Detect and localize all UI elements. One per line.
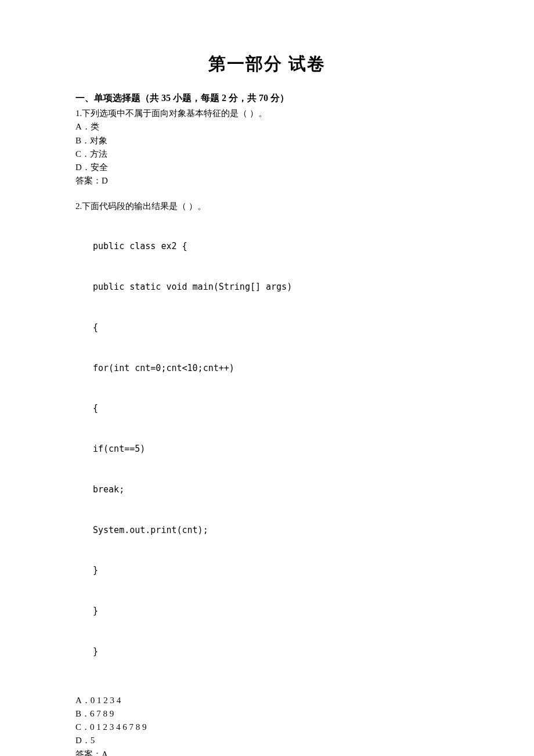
code-line: } — [93, 564, 459, 577]
code-line: public static void main(String[] args) — [93, 280, 459, 294]
option-c: C．方法 — [75, 147, 459, 161]
answer: 答案：A — [75, 748, 459, 757]
page-title: 第一部分 试卷 — [75, 52, 459, 76]
page: 第一部分 试卷 一、单项选择题（共 35 小题，每题 2 分，共 70 分） 1… — [0, 0, 534, 756]
code-line: } — [93, 604, 459, 618]
code-line: public class ex2 { — [93, 240, 459, 253]
option-c: C．0 1 2 3 4 6 7 8 9 — [75, 721, 459, 734]
question-stem: 2.下面代码段的输出结果是（ ）。 — [75, 200, 459, 213]
code-line: System.out.print(cnt); — [93, 524, 459, 537]
answer: 答案：D — [75, 174, 459, 188]
option-b: B．对象 — [75, 134, 459, 147]
option-a: A．类 — [75, 120, 459, 134]
code-line: } — [93, 645, 459, 658]
code-line: if(cnt==5) — [93, 442, 459, 456]
option-b: B．6 7 8 9 — [75, 707, 459, 721]
spacer — [75, 686, 459, 694]
section-header: 一、单项选择题（共 35 小题，每题 2 分，共 70 分） — [75, 92, 459, 105]
code-line: { — [93, 321, 459, 334]
code-line: { — [93, 402, 459, 415]
option-d: D．安全 — [75, 161, 459, 174]
question-stem: 1.下列选项中不属于面向对象基本特征的是（ ）。 — [75, 107, 459, 120]
code-line: break; — [93, 483, 459, 496]
code-block: public class ex2 { public static void ma… — [93, 213, 459, 686]
option-a: A．0 1 2 3 4 — [75, 694, 459, 707]
question-1: 1.下列选项中不属于面向对象基本特征的是（ ）。 A．类 B．对象 C．方法 D… — [75, 107, 459, 188]
question-2: 2.下面代码段的输出结果是（ ）。 public class ex2 { pub… — [75, 200, 459, 757]
code-line: for(int cnt=0;cnt<10;cnt++) — [93, 362, 459, 375]
option-d: D．5 — [75, 734, 459, 747]
